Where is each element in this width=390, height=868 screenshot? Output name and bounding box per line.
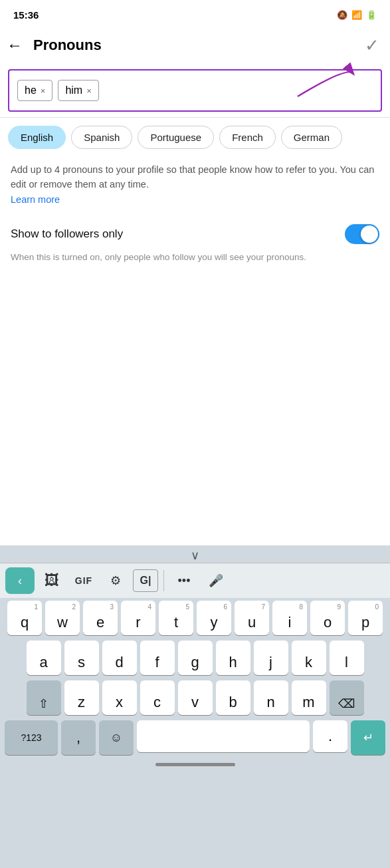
toggle-row: Show to followers only [0,215,390,248]
more-options-button[interactable]: ••• [169,567,199,594]
key-v[interactable]: v [178,680,213,715]
key-e[interactable]: 3e [83,601,118,635]
key-l[interactable]: l [330,641,364,675]
toggle-description: When this is turned on, only people who … [0,248,390,275]
lang-tab-german[interactable]: German [281,126,342,149]
key-o[interactable]: 9o [310,601,345,635]
followers-only-toggle[interactable] [345,224,379,244]
key-g[interactable]: g [178,641,213,675]
status-bar: 15:36 🔕 📶 🔋 [0,0,390,27]
settings-icon[interactable]: ⚙ [101,567,130,594]
delete-key[interactable]: ⌫ [330,680,364,715]
key-u[interactable]: 7u [235,601,269,635]
emoji-key[interactable]: ☺ [99,720,134,755]
remove-him-button[interactable]: × [86,86,92,96]
key-j[interactable]: j [254,641,288,675]
toolbar-divider [163,570,164,591]
pronoun-him-label: him [65,84,82,96]
toggle-label: Show to followers only [11,227,123,241]
description-area: Add up to 4 pronouns to your profile so … [0,152,390,212]
key-d[interactable]: d [102,641,137,675]
confirm-button[interactable]: ✓ [365,35,379,56]
gif-button[interactable]: GIF [69,567,98,594]
description-text: Add up to 4 pronouns to your profile so … [11,164,374,190]
pronoun-tags-area[interactable]: he × him × [8,69,382,112]
shift-key[interactable]: ⇧ [27,680,61,715]
lang-tab-spanish[interactable]: Spanish [71,126,132,149]
notification-icon: 🔕 [337,10,347,20]
key-t[interactable]: 5t [159,601,193,635]
key-q[interactable]: 1q [7,601,42,635]
translate-icon[interactable]: G| [133,569,158,592]
lang-tab-english[interactable]: English [8,126,66,149]
key-k[interactable]: k [292,641,326,675]
keyboard-area: ∨ ‹ 🖼 GIF ⚙ G| ••• 🎤 1q 2w 3e 4r 5t 6y [0,545,390,868]
keyboard-chevron-row: ∨ [0,545,390,563]
remove-he-button[interactable]: × [41,86,46,96]
wifi-icon: 📶 [351,10,362,20]
keyboard-row-2: a s d f g h j k l [3,641,387,675]
key-b[interactable]: b [216,680,250,715]
key-f[interactable]: f [140,641,175,675]
top-bar-left: ← Pronouns [7,36,102,55]
lang-tab-french[interactable]: French [219,126,276,149]
chevron-down-icon[interactable]: ∨ [191,548,199,563]
key-z[interactable]: z [64,680,99,715]
pronoun-tag-he[interactable]: he × [17,80,52,101]
keyboard-toolbar: ‹ 🖼 GIF ⚙ G| ••• 🎤 [0,563,390,598]
key-y[interactable]: 6y [197,601,231,635]
home-indicator-bar [0,759,390,772]
back-button[interactable]: ← [7,36,23,55]
enter-key[interactable]: ↵ [351,720,385,755]
keyboard-row-1: 1q 2w 3e 4r 5t 6y 7u 8i 9o 0p [3,601,387,635]
page-title: Pronouns [33,37,102,54]
pronoun-he-label: he [25,84,37,96]
numbers-key[interactable]: ?123 [5,720,58,755]
key-s[interactable]: s [64,641,99,675]
key-r[interactable]: 4r [121,601,155,635]
key-w[interactable]: 2w [45,601,80,635]
battery-icon: 🔋 [366,10,377,20]
pronoun-tag-him[interactable]: him × [58,80,98,101]
sticker-icon[interactable]: 🖼 [37,567,66,594]
gif-label: GIF [75,575,92,586]
key-h[interactable]: h [216,641,250,675]
key-m[interactable]: m [292,680,326,715]
keyboard-back-button[interactable]: ‹ [5,567,35,594]
keyboard-bottom-row: ?123 , ☺ . ↵ [3,720,387,755]
home-indicator [155,763,235,766]
language-tabs: English Spanish Portuguese French German [0,117,390,152]
keyboard-rows: 1q 2w 3e 4r 5t 6y 7u 8i 9o 0p a s d f g … [0,598,390,755]
mic-icon[interactable]: 🎤 [201,567,231,594]
status-time: 15:36 [13,9,39,21]
key-n[interactable]: n [254,680,288,715]
key-x[interactable]: x [102,680,137,715]
period-key[interactable]: . [313,720,347,752]
lang-tab-portuguese[interactable]: Portuguese [138,126,214,149]
keyboard-row-3: ⇧ z x c v b n m ⌫ [3,680,387,715]
key-p[interactable]: 0p [348,601,383,635]
key-comma[interactable]: , [61,720,96,755]
spacebar[interactable] [137,720,310,752]
learn-more-link[interactable]: Learn more [11,194,60,205]
key-a[interactable]: a [27,641,61,675]
top-bar: ← Pronouns ✓ [0,27,390,64]
status-icons: 🔕 📶 🔋 [337,10,377,20]
key-c[interactable]: c [140,680,175,715]
key-i[interactable]: 8i [272,601,307,635]
